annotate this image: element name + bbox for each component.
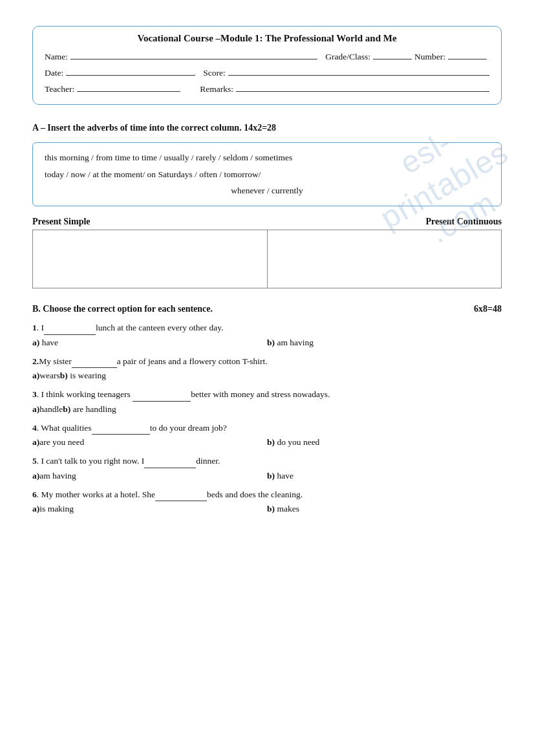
q5-options: a)am having b) have <box>32 471 502 481</box>
section-b: B. Choose the correct option for each se… <box>32 304 502 515</box>
q2-before: My sister <box>39 356 72 366</box>
grade-line <box>373 49 412 59</box>
q3-text: 3. I think working teenagers better with… <box>32 387 502 402</box>
section-a-title: A – Insert the adverbs of time into the … <box>32 123 502 133</box>
q6-blank <box>155 492 207 501</box>
q4-before: What qualities <box>41 423 91 433</box>
q2-number: 2. <box>32 356 39 366</box>
q1-option-b: b) am having <box>267 338 502 348</box>
question-4: 4. What qualitiesto do your dream job? a… <box>32 421 502 448</box>
q6-options: a)is making b) makes <box>32 504 502 514</box>
name-row: Name: Grade/Class: Number: <box>45 49 489 62</box>
q3-number: 3 <box>32 389 37 399</box>
q6-before: My mother works at a hotel. She <box>41 490 156 499</box>
header-title: Vocational Course –Module 1: The Profess… <box>45 33 489 44</box>
q3-options: a)handleb) are handling <box>32 404 502 415</box>
q1-option-a: a) have <box>32 338 267 348</box>
q2-option-a: a)wearsb) is wearing <box>32 371 267 381</box>
q4-after: to do your dream job? <box>150 423 227 433</box>
header-box: Vocational Course –Module 1: The Profess… <box>32 26 502 105</box>
adverbs-line3: whenever / currently <box>45 182 489 199</box>
q1-options: a) have b) am having <box>32 338 502 348</box>
q2-options: a)wearsb) is wearing <box>32 371 502 381</box>
q5-after: dinner. <box>196 456 220 466</box>
number-label: Number: <box>414 52 445 62</box>
q3-blank <box>133 393 191 402</box>
q4-options: a)are you need b) do you need <box>32 437 502 448</box>
q6-option-b: b) makes <box>267 504 502 514</box>
columns-header: Present Simple Present Continuous <box>32 217 502 227</box>
q5-blank <box>144 459 196 468</box>
q6-after: beds and does the cleaning. <box>207 490 303 499</box>
q1-text: 1. Ilunch at the canteen every other day… <box>32 321 502 335</box>
q2-blank <box>72 359 117 368</box>
remarks-line <box>236 81 489 92</box>
section-b-title-text: B. Choose the correct option for each se… <box>32 304 213 314</box>
q2-text: 2.My sistera pair of jeans and a flowery… <box>32 354 502 369</box>
q5-option-b: b) have <box>267 471 502 481</box>
col1-label: Present Simple <box>32 217 91 227</box>
section-b-header: B. Choose the correct option for each se… <box>32 304 502 314</box>
adverbs-line1: this morning / from time to time / usual… <box>45 149 489 166</box>
section-b-score: 6x8=48 <box>474 304 502 314</box>
teacher-line <box>77 81 180 92</box>
adverbs-box: this morning / from time to time / usual… <box>32 142 502 206</box>
q4-option-b: b) do you need <box>267 437 502 448</box>
q1-number: 1 <box>32 323 37 332</box>
q4-blank <box>92 426 150 435</box>
q4-text: 4. What qualitiesto do your dream job? <box>32 421 502 435</box>
question-2: 2.My sistera pair of jeans and a flowery… <box>32 354 502 382</box>
q2-after: a pair of jeans and a flowery cotton T-s… <box>117 356 268 366</box>
present-simple-cell <box>33 230 268 288</box>
adverbs-table <box>32 230 502 288</box>
q5-before: I can't talk to you right now. I <box>41 456 145 466</box>
question-3: 3. I think working teenagers better with… <box>32 387 502 415</box>
number-line <box>448 49 487 59</box>
remarks-label: Remarks: <box>200 84 233 94</box>
adverbs-line2: today / now / at the moment/ on Saturday… <box>45 166 489 183</box>
question-5: 5. I can't talk to you right now. Idinne… <box>32 454 502 481</box>
q5-text: 5. I can't talk to you right now. Idinne… <box>32 454 502 468</box>
q3-option-a: a)handleb) are handling <box>32 404 267 415</box>
q5-option-a: a)am having <box>32 471 267 481</box>
present-continuous-cell <box>267 230 502 288</box>
adverbs-table-row <box>33 230 502 288</box>
q1-after: lunch at the canteen every other day. <box>96 323 223 332</box>
date-row: Date: Score: <box>45 65 489 78</box>
date-label: Date: <box>45 68 63 78</box>
score-line <box>228 65 489 76</box>
q6-number: 6 <box>32 490 37 499</box>
q4-option-a: a)are you need <box>32 437 267 448</box>
question-1: 1. Ilunch at the canteen every other day… <box>32 321 502 348</box>
q1-blank <box>44 326 96 335</box>
q4-number: 4 <box>32 423 37 433</box>
col2-label: Present Continuous <box>425 217 502 227</box>
name-line <box>70 49 317 59</box>
teacher-row: Teacher: Remarks: <box>45 81 489 94</box>
name-label: Name: <box>45 52 68 62</box>
q3-after: better with money and stress nowadays. <box>191 389 330 399</box>
grade-label: Grade/Class: <box>325 52 370 62</box>
q6-option-a: a)is making <box>32 504 267 514</box>
section-a: A – Insert the adverbs of time into the … <box>32 123 502 288</box>
q3-before: I think working teenagers <box>41 389 131 399</box>
q6-text: 6. My mother works at a hotel. Shebeds a… <box>32 488 502 502</box>
score-label: Score: <box>203 68 226 78</box>
q5-number: 5 <box>32 456 37 466</box>
question-6: 6. My mother works at a hotel. Shebeds a… <box>32 488 502 515</box>
date-line <box>66 65 195 76</box>
teacher-label: Teacher: <box>45 84 74 94</box>
